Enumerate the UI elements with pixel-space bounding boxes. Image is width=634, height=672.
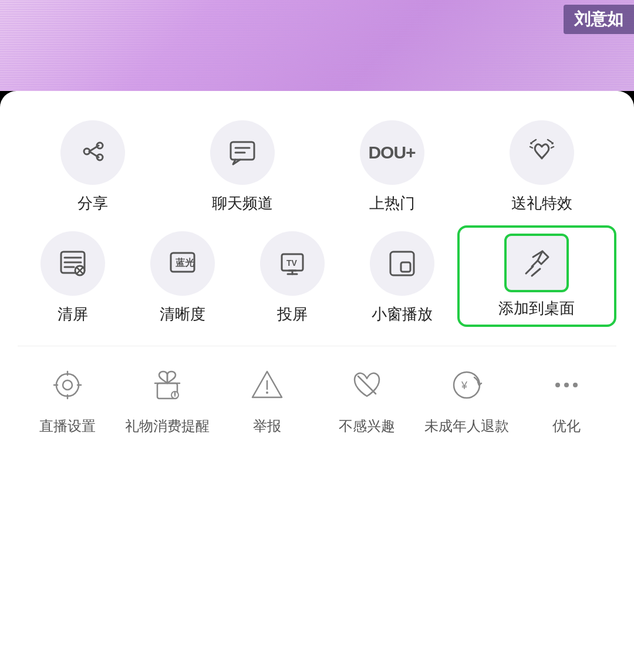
svg-point-39 <box>555 383 560 387</box>
streamer-name: 刘意如 <box>564 5 634 34</box>
live-settings-label: 直播设置 <box>39 417 96 435</box>
gift-effect-button[interactable]: 送礼特效 <box>467 114 616 220</box>
svg-point-2 <box>84 148 90 154</box>
svg-line-24 <box>526 266 533 273</box>
gift-effect-icon-circle <box>510 120 574 185</box>
small-window-button[interactable]: 小窗播放 <box>348 225 457 330</box>
share-icon <box>77 137 108 168</box>
report-icon <box>249 367 285 403</box>
report-label: 举报 <box>253 417 281 435</box>
more-icon <box>548 367 585 403</box>
live-stream-background: 刘意如 <box>0 0 634 91</box>
share-icon-circle <box>60 120 125 185</box>
clear-screen-icon <box>58 248 88 279</box>
menu-divider <box>18 346 616 346</box>
live-settings-icon-wrap <box>44 362 91 408</box>
bottom-menu-row: 直播设置 礼物消费提醒 <box>18 356 616 441</box>
report-icon-wrap <box>244 362 291 408</box>
svg-point-35 <box>266 391 268 394</box>
clarity-icon: 蓝光 <box>167 248 198 279</box>
svg-point-25 <box>63 380 72 390</box>
chat-channel-icon <box>227 137 258 168</box>
not-interested-icon <box>349 367 385 403</box>
action-menu-sheet: 分享 聊天频道 DOU+ 上热门 <box>0 91 634 672</box>
add-desktop-label: 添加到桌面 <box>498 298 575 319</box>
more-icon-wrap <box>543 362 590 408</box>
not-interested-button[interactable]: 不感兴趣 <box>317 356 417 441</box>
cast-label: 投屏 <box>277 304 308 325</box>
clarity-button[interactable]: 蓝光 清晰度 <box>127 225 237 330</box>
gift-reminder-icon <box>149 367 186 403</box>
svg-point-6 <box>551 142 554 144</box>
svg-text:蓝光: 蓝光 <box>176 258 195 268</box>
cast-icon-circle: TV <box>260 231 325 296</box>
svg-rect-23 <box>401 262 410 272</box>
share-label: 分享 <box>77 193 108 214</box>
svg-point-7 <box>530 142 532 144</box>
hot-label: 上热门 <box>369 193 415 214</box>
cast-icon: TV <box>277 248 308 279</box>
add-desktop-icon-circle <box>504 234 569 292</box>
menu-row-2: 清屏 蓝光 清晰度 TV 投屏 <box>18 225 616 330</box>
not-interested-icon-wrap <box>343 362 390 408</box>
small-window-label: 小窗播放 <box>372 304 433 325</box>
svg-point-0 <box>97 143 103 148</box>
clear-screen-button[interactable]: 清屏 <box>18 225 127 330</box>
menu-row-1: 分享 聊天频道 DOU+ 上热门 <box>18 114 616 220</box>
refund-icon: ¥ <box>448 367 485 403</box>
svg-point-41 <box>573 383 578 387</box>
refund-icon-wrap: ¥ <box>443 362 490 408</box>
more-button[interactable]: 优化 <box>517 356 616 441</box>
chat-channel-label: 聊天频道 <box>212 193 273 214</box>
clear-screen-icon-circle <box>41 231 105 296</box>
settings-icon <box>49 367 86 403</box>
small-window-icon-circle <box>370 231 434 296</box>
chat-channel-icon-circle <box>210 120 275 185</box>
svg-point-40 <box>564 383 569 387</box>
gift-reminder-button[interactable]: 礼物消费提醒 <box>117 356 217 441</box>
hot-icon: DOU+ <box>368 143 415 163</box>
small-window-icon <box>387 248 417 279</box>
add-desktop-button[interactable]: 添加到桌面 <box>457 225 616 327</box>
gift-reminder-label: 礼物消费提醒 <box>125 417 210 435</box>
chat-channel-button[interactable]: 聊天频道 <box>167 114 317 220</box>
pin-icon <box>521 248 552 278</box>
svg-rect-3 <box>231 142 254 160</box>
svg-text:¥: ¥ <box>461 380 468 391</box>
clear-screen-label: 清屏 <box>58 304 88 325</box>
gift-effect-icon <box>527 137 557 168</box>
hot-button[interactable]: DOU+ 上热门 <box>317 114 467 220</box>
more-label: 优化 <box>552 417 581 435</box>
clarity-label: 清晰度 <box>160 304 205 325</box>
live-settings-button[interactable]: 直播设置 <box>18 356 117 441</box>
svg-point-1 <box>97 154 103 160</box>
refund-button[interactable]: ¥ 未成年人退款 <box>417 356 517 441</box>
report-button[interactable]: 举报 <box>217 356 317 441</box>
hot-icon-circle: DOU+ <box>360 120 424 185</box>
svg-text:TV: TV <box>286 258 298 268</box>
not-interested-label: 不感兴趣 <box>339 417 395 435</box>
gift-effect-label: 送礼特效 <box>511 193 572 214</box>
cast-button[interactable]: TV 投屏 <box>237 225 347 330</box>
clarity-icon-circle: 蓝光 <box>150 231 215 296</box>
svg-point-33 <box>174 396 176 397</box>
gift-reminder-icon-wrap <box>144 362 191 408</box>
share-button[interactable]: 分享 <box>18 114 167 220</box>
refund-label: 未成年人退款 <box>424 417 509 435</box>
